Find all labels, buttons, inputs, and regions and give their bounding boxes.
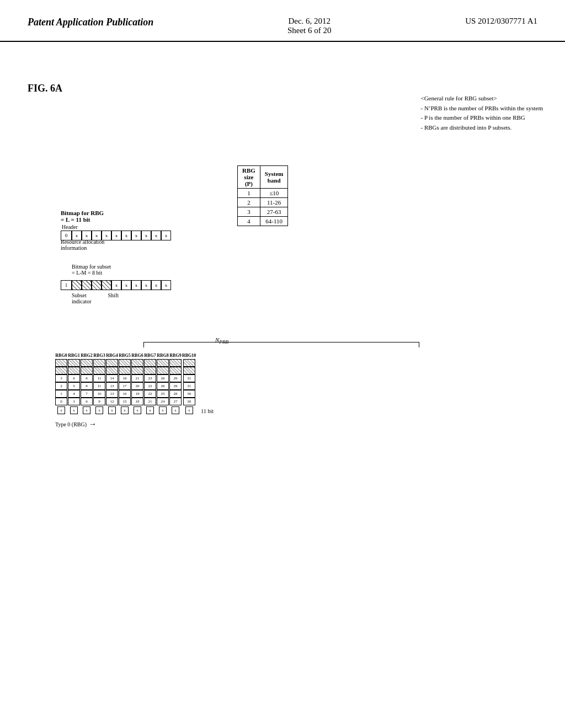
rbg5-cells: 18 17 16 15 (119, 359, 131, 405)
rbg7-cells: 23 22 22 21 (144, 359, 156, 405)
rbg8-cell-26: 26 (157, 374, 169, 382)
rbg2-col: RBG2 8 8 7 6 x (81, 353, 93, 414)
rbg10-cell-x1 (183, 359, 195, 367)
rbg10-cell-30: 30 (183, 390, 195, 398)
rbg10-cell-30b: 30 (183, 398, 195, 405)
rbg9-cell-29: 29 (169, 374, 182, 382)
rbg5-cell-16: 16 (119, 390, 131, 398)
bitmap2-cell-5: x (111, 280, 121, 290)
rbg6-cells: 21 20 19 18 (131, 359, 143, 405)
publication-title: Patent Application Publication (28, 17, 153, 28)
fig-label: FIG. 6A (28, 83, 62, 94)
rbg7-x-indicator: x (146, 406, 154, 414)
rbg3-col: RBG3 11 11 10 9 x (93, 353, 105, 414)
rbg7-cell-22: 22 (144, 382, 156, 390)
rbg10-cells: 31 31 30 30 (183, 359, 195, 405)
rbg8-cells: 26 26 25 24 (157, 359, 169, 405)
rbg4-cell-14: 14 (106, 374, 118, 382)
rbg4-label: RBG4 (106, 353, 118, 358)
rbg7-cell-x2 (144, 367, 156, 374)
rbg9-x-indicator: x (172, 406, 179, 414)
rbg2-label: RBG2 (81, 353, 92, 358)
hatch-cell-3 (92, 280, 102, 290)
rbg7-cell-22b: 22 (144, 390, 156, 398)
rbg8-x-indicator: x (159, 406, 167, 414)
rbg0-cell-1: 1 (55, 390, 67, 398)
rbg6-cell-19: 19 (131, 390, 143, 398)
hatch-cell-2 (82, 280, 92, 290)
rbg2-cells: 8 8 7 6 (81, 359, 93, 405)
rbg9-cell-27: 27 (169, 398, 182, 405)
rbg3-cell-11b: 11 (93, 382, 105, 390)
rbg10-label: RBG10 (182, 353, 196, 358)
type0-arrow: → (89, 420, 97, 429)
rbg0-cell-2: 2 (55, 382, 67, 390)
rbg0-cell-3: 3 (55, 374, 67, 382)
rbg2-cell-x2 (81, 367, 93, 374)
rbg3-cell-9: 9 (93, 398, 105, 405)
table-cell-band4: 64-110 (260, 217, 288, 226)
rbg3-cell-x2 (93, 367, 105, 374)
rbg1-cells: 6 5 4 3 (68, 359, 80, 405)
nprb-brace (143, 342, 419, 347)
rbg3-cells: 11 11 10 9 (93, 359, 105, 405)
rbg6-cell-21: 21 (131, 374, 143, 382)
rbg8-cell-26b: 26 (157, 382, 169, 390)
rbg5-cell-18: 18 (119, 374, 131, 382)
rbg4-cell-13b: 13 (106, 390, 118, 398)
rbg8-cell-25: 25 (157, 390, 169, 398)
table-cell-p4: 4 (238, 217, 260, 226)
rbg5-cell-x2 (119, 367, 131, 374)
rbg0-cell-x2 (55, 367, 67, 374)
table-header-p: RBG size(P) (238, 166, 260, 189)
table-cell-band3: 27-63 (260, 207, 288, 217)
rbg1-cell-4: 4 (68, 390, 80, 398)
table-cell-band2: 11-26 (260, 198, 288, 207)
rbg8-cell-24: 24 (157, 398, 169, 405)
bitmap-title: Bitmap for RBG= L = 11 bit (61, 210, 171, 223)
rbg5-cell-17: 17 (119, 382, 131, 390)
rbg7-cell-21: 21 (144, 398, 156, 405)
rbg0-cell-0: 0 (55, 398, 67, 405)
rbg5-cell-15: 15 (119, 398, 131, 405)
rbg0-label: RBG0 (55, 353, 67, 358)
shift-label: Shift (108, 292, 119, 304)
rbg6-col: RBG6 21 20 19 18 x (131, 353, 143, 414)
rbg1-cell-x2 (68, 367, 80, 374)
bit-11-text: 11 bit (201, 408, 214, 414)
hatch-cell-1 (72, 280, 82, 290)
rbg1-cell-x1 (68, 359, 80, 367)
type0-section: NPRB RBG0 3 2 1 0 x RBG1 (55, 353, 548, 429)
rbg2-cell-x1 (81, 359, 93, 367)
bitmap-row2: 1 x x x x x x (61, 280, 171, 290)
bitmap2-cell-10: x (161, 280, 171, 290)
rbg6-cell-x1 (131, 359, 143, 367)
rbg9-cells: 29 29 28 27 (169, 359, 182, 405)
rbg4-cell-12: 12 (106, 398, 118, 405)
table-header-band: System band (260, 166, 288, 189)
bitmap2-cell-8: x (141, 280, 151, 290)
rbg6-label: RBG6 (131, 353, 143, 358)
rbg-size-table: RBG size(P) System band 1 ≤10 2 11-26 3 … (237, 165, 288, 226)
rbg0-x-indicator: x (57, 406, 65, 414)
rbg2-cell-8b: 8 (81, 382, 93, 390)
rbg3-cell-10: 10 (93, 390, 105, 398)
type0-label-container: Type 0 (RBG) → (55, 420, 548, 429)
header-cell2: 1 (61, 280, 72, 290)
rbg8-label: RBG8 (157, 353, 168, 358)
rbg5-label: RBG5 (119, 353, 130, 358)
rbg9-col: RBG9 29 29 28 27 x (169, 353, 182, 414)
rbg3-cell-11: 11 (93, 374, 105, 382)
rbg1-cell-5: 5 (68, 382, 80, 390)
rbg10-x-indicator: x (185, 406, 193, 414)
rbg2-cell-8: 8 (81, 374, 93, 382)
table-cell-p1: 1 (238, 189, 260, 198)
rbg7-label: RBG7 (144, 353, 156, 358)
rbg10-cell-31b: 31 (183, 382, 195, 390)
rbg6-cell-20: 20 (131, 382, 143, 390)
rbg5-x-indicator: x (121, 406, 129, 414)
rbg10-col: RBG10 31 31 30 30 x (182, 353, 196, 414)
rbg0-cells: 3 2 1 0 (55, 359, 67, 405)
11bit-label: 11 bit (201, 408, 214, 414)
rbg8-col: RBG8 26 26 25 24 x (157, 353, 169, 414)
